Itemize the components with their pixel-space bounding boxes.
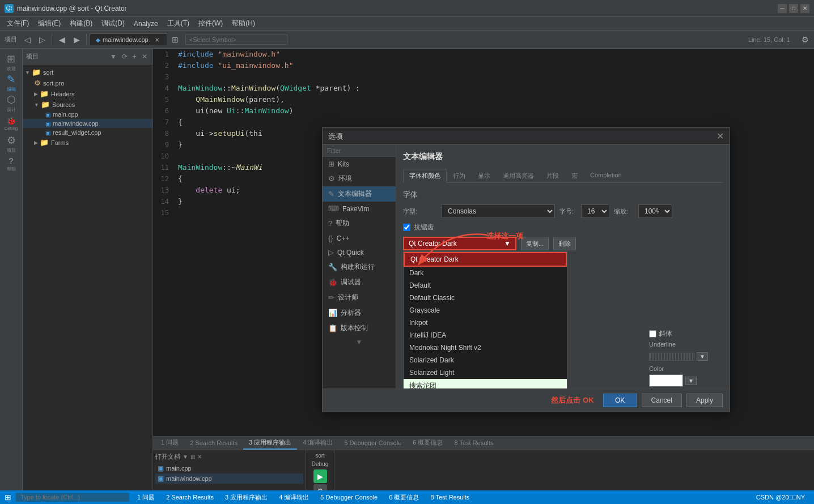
nav-analyzer[interactable]: 📊 分析器 bbox=[323, 305, 396, 321]
cs-dark[interactable]: Dark bbox=[404, 267, 567, 279]
tab-search[interactable]: 2 Search Results bbox=[184, 438, 243, 449]
tree-sortpro[interactable]: ⚙ sort.pro bbox=[23, 78, 152, 88]
split-btn[interactable]: ⊞ bbox=[168, 33, 182, 46]
sidebar-debug[interactable]: 🐞 Debug bbox=[2, 114, 20, 133]
close-window-btn[interactable]: ✕ bbox=[800, 4, 809, 13]
delete-scheme-btn[interactable]: 删除 bbox=[553, 237, 576, 250]
cs-qt-creator-dark[interactable]: Qt Creator Dark bbox=[404, 252, 567, 267]
cs-modnokai[interactable]: Modnokai Night Shift v2 bbox=[404, 341, 567, 354]
menu-file[interactable]: 文件(F) bbox=[2, 18, 33, 29]
cs-solarized-light[interactable]: Solarized Light bbox=[404, 366, 567, 379]
apply-btn[interactable]: Apply bbox=[686, 394, 723, 407]
tab-macros[interactable]: 宏 bbox=[565, 169, 584, 182]
color-arrow-btn[interactable]: ▼ bbox=[685, 377, 697, 385]
tree-mainwindowcpp[interactable]: ▣ mainwindow.cpp bbox=[23, 119, 152, 128]
tab-display[interactable]: 显示 bbox=[472, 169, 497, 182]
status-compile[interactable]: 4 编译输出 bbox=[275, 493, 312, 502]
nav-kits[interactable]: ⊞ Kits bbox=[323, 157, 396, 171]
menu-debug[interactable]: 调试(D) bbox=[97, 18, 129, 29]
modal-filter-input[interactable] bbox=[323, 145, 396, 157]
status-debuggerconsole[interactable]: 5 Debugger Console bbox=[317, 494, 381, 501]
menu-tools[interactable]: 工具(T) bbox=[163, 18, 194, 29]
tree-sync-btn[interactable]: ⟳ bbox=[120, 53, 129, 61]
tab-completion[interactable]: Completion bbox=[584, 169, 628, 182]
open-docs-close[interactable]: ✕ bbox=[197, 454, 202, 460]
underline-arrow-btn[interactable]: ▼ bbox=[697, 352, 708, 361]
status-appout[interactable]: 3 应用程序输出 bbox=[222, 493, 271, 502]
symbol-select[interactable] bbox=[185, 35, 287, 45]
tree-maincpp[interactable]: ▣ main.cpp bbox=[23, 110, 152, 119]
cancel-btn[interactable]: Cancel bbox=[642, 394, 682, 407]
tree-sources[interactable]: ▼ 📁 Sources bbox=[23, 99, 152, 110]
tab-highlighter[interactable]: 通用高亮器 bbox=[497, 169, 540, 182]
open-docs-action[interactable]: ▼ bbox=[183, 454, 188, 460]
sidebar-help[interactable]: ? 帮助 bbox=[2, 155, 20, 173]
menu-analyze[interactable]: Analyze bbox=[129, 19, 163, 29]
tab-debugger[interactable]: 5 Debugger Console bbox=[338, 438, 407, 449]
sidebar-welcome[interactable]: ⊞ 欢迎 bbox=[2, 53, 20, 71]
tree-headers[interactable]: ▶ 📁 Headers bbox=[23, 88, 152, 99]
tab-general[interactable]: 6 概要信息 bbox=[407, 437, 448, 450]
cs-default-classic[interactable]: Default Classic bbox=[404, 292, 567, 304]
nav-designer[interactable]: ✏ 设计师 bbox=[323, 290, 396, 305]
status-issues[interactable]: 1 问题 bbox=[134, 493, 158, 502]
cs-grayscale[interactable]: Grayscale bbox=[404, 304, 567, 317]
minimize-btn[interactable]: ─ bbox=[778, 4, 787, 13]
tree-forms[interactable]: ▶ 📁 Forms bbox=[23, 137, 152, 148]
close-tab-btn[interactable]: ✕ bbox=[153, 36, 161, 44]
nav-fakevim[interactable]: ⌨ FakeVim bbox=[323, 202, 396, 216]
back-btn[interactable]: ◁ bbox=[20, 33, 34, 46]
nav-scroll-down[interactable]: ▼ bbox=[323, 336, 396, 348]
status-search[interactable]: 2 Search Results bbox=[163, 494, 217, 501]
tree-root-sort[interactable]: ▼ 📁 sort bbox=[23, 67, 152, 78]
status-general[interactable]: 6 概要信息 bbox=[385, 493, 422, 502]
nav-cpp[interactable]: {} C++ bbox=[323, 231, 396, 245]
tab-compile[interactable]: 4 编译输出 bbox=[297, 437, 338, 450]
menu-help[interactable]: 帮助(H) bbox=[227, 18, 260, 29]
tab-tests[interactable]: 8 Test Results bbox=[448, 438, 499, 449]
nav-env[interactable]: ⚙ 环境 bbox=[323, 171, 396, 186]
file-tab-mainwindow[interactable]: ◆ mainwindow.cpp ✕ bbox=[90, 33, 167, 45]
tab-issues[interactable]: 1 问题 bbox=[155, 437, 184, 450]
cs-search-club[interactable]: 搜索沱团 bbox=[404, 379, 567, 388]
open-docs-split[interactable]: ⊞ bbox=[190, 454, 195, 460]
doc-maincpp[interactable]: ▣ main.cpp bbox=[155, 463, 303, 473]
font-size-select[interactable]: 16 bbox=[581, 204, 609, 218]
menu-build[interactable]: 构建(B) bbox=[65, 18, 97, 29]
modal-close-btn[interactable]: ✕ bbox=[717, 131, 724, 142]
sidebar-design[interactable]: ⬡ 设计 bbox=[2, 94, 20, 112]
antialias-checkbox[interactable] bbox=[403, 224, 410, 231]
color-scheme-selected[interactable]: Qt Creator Dark ▼ bbox=[403, 237, 516, 250]
ok-btn[interactable]: OK bbox=[603, 394, 637, 407]
nav-qtquick[interactable]: ▷ Qt Quick bbox=[323, 245, 396, 259]
doc-mainwindowcpp[interactable]: ▣ mainwindow.cpp bbox=[155, 473, 303, 484]
tab-behavior[interactable]: 行为 bbox=[447, 169, 472, 182]
tree-filter-btn[interactable]: ▼ bbox=[108, 53, 118, 61]
tab-fontcolor[interactable]: 字体和颜色 bbox=[403, 169, 447, 183]
menu-controls[interactable]: 控件(W) bbox=[194, 18, 227, 29]
font-type-select[interactable]: Consolas bbox=[442, 204, 555, 218]
nav-help[interactable]: ? 帮助 bbox=[323, 216, 396, 231]
cs-solarized-dark[interactable]: Solarized Dark bbox=[404, 354, 567, 366]
sidebar-edit[interactable]: ✎ 编辑 bbox=[2, 74, 20, 92]
tree-resultwidgetcpp[interactable]: ▣ result_widget.cpp bbox=[23, 128, 152, 137]
tree-close-btn[interactable]: ✕ bbox=[140, 53, 149, 61]
maximize-btn[interactable]: □ bbox=[789, 4, 798, 13]
nav-forward-btn[interactable]: ▶ bbox=[70, 33, 83, 46]
copy-scheme-btn[interactable]: 复制... bbox=[521, 237, 549, 250]
tab-snippets[interactable]: 片段 bbox=[540, 169, 565, 182]
cs-intellij[interactable]: IntelliJ IDEA bbox=[404, 329, 567, 341]
nav-editor[interactable]: ✎ 文本编辑器 bbox=[323, 186, 396, 202]
locate-input[interactable] bbox=[16, 493, 129, 502]
tree-add-btn[interactable]: + bbox=[131, 53, 138, 61]
italic-checkbox[interactable] bbox=[649, 330, 656, 338]
run-btn[interactable]: ▶ bbox=[313, 469, 327, 483]
nav-debugger[interactable]: 🐞 调试器 bbox=[323, 275, 396, 290]
forward-btn[interactable]: ▷ bbox=[35, 33, 49, 46]
settings-btn[interactable]: ⚙ bbox=[798, 33, 812, 46]
nav-build[interactable]: 🔧 构建和运行 bbox=[323, 259, 396, 275]
nav-vcs[interactable]: 📋 版本控制 bbox=[323, 321, 396, 336]
zoom-select[interactable]: 100% bbox=[638, 204, 672, 218]
status-tests[interactable]: 8 Test Results bbox=[427, 494, 473, 501]
cs-default[interactable]: Default bbox=[404, 279, 567, 292]
